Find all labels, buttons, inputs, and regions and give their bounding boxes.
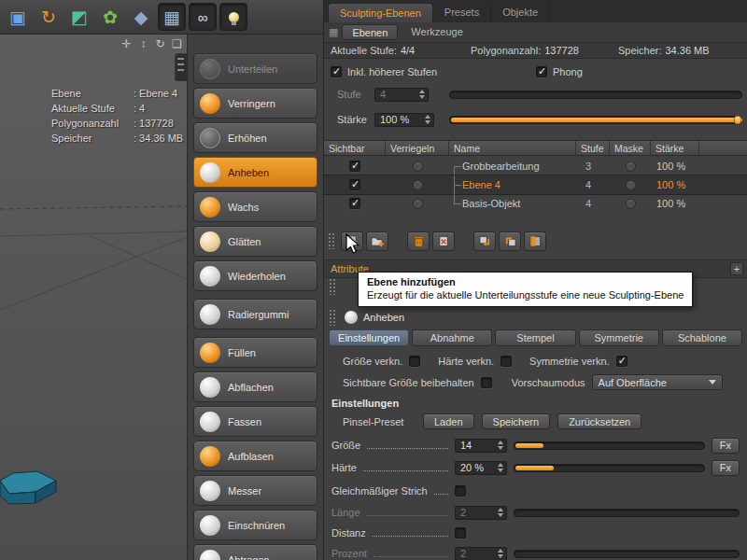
strength-slider[interactable] bbox=[449, 116, 742, 124]
slider-knob[interactable] bbox=[734, 116, 741, 124]
tool-wiederholen[interactable]: Wiederholen bbox=[193, 260, 317, 291]
tab-schablone[interactable]: Schablone bbox=[662, 329, 742, 346]
level-row: Stufe 4 bbox=[324, 84, 747, 105]
hud-row: Speicher: 34.36 MB bbox=[51, 131, 183, 146]
size-stepper[interactable]: 14 bbox=[455, 439, 507, 453]
binoculars-icon[interactable]: ∞ bbox=[189, 3, 217, 31]
length-slider[interactable] bbox=[514, 509, 740, 517]
mask-toggle[interactable] bbox=[626, 180, 636, 190]
hardness-link-checkbox[interactable] bbox=[500, 356, 512, 367]
plane-grid-icon[interactable]: ▦ bbox=[158, 3, 186, 31]
lightbulb-icon[interactable] bbox=[219, 3, 247, 31]
lock-toggle[interactable] bbox=[413, 199, 423, 209]
save-preset-button[interactable]: Speichern bbox=[482, 413, 551, 429]
tool-aufblasen[interactable]: Aufblasen bbox=[193, 441, 317, 471]
mouse-cursor bbox=[345, 233, 361, 255]
preview-mode-dropdown[interactable]: Auf Oberfläche bbox=[592, 374, 723, 390]
orbit-icon[interactable]: ↻ bbox=[153, 37, 167, 50]
sphere-icon bbox=[199, 411, 221, 433]
length-stepper[interactable]: 2 bbox=[455, 506, 507, 520]
subtab-ebenen[interactable]: Ebenen bbox=[342, 24, 398, 40]
visible-checkbox[interactable] bbox=[349, 179, 360, 190]
pan-icon[interactable]: ✛ bbox=[120, 37, 134, 50]
tab-symmetrie[interactable]: Symmetrie bbox=[579, 329, 659, 346]
tool-einschnueren[interactable]: Einschnüren bbox=[193, 510, 317, 540]
strength-stepper[interactable]: 100 % bbox=[374, 113, 434, 127]
mask-toggle[interactable] bbox=[626, 161, 636, 172]
cube-icon[interactable]: ▣ bbox=[4, 3, 32, 31]
tab-abnahme[interactable]: Abnahme bbox=[412, 329, 492, 346]
reset-preset-button[interactable]: Zurücksetzen bbox=[557, 413, 641, 429]
tool-fuellen[interactable]: Füllen bbox=[193, 337, 317, 368]
include-higher-levels-checkbox[interactable] bbox=[331, 66, 342, 77]
tab-objekte[interactable]: Objekte bbox=[491, 3, 550, 22]
add-panel-icon[interactable]: + bbox=[730, 262, 743, 275]
drag-grip[interactable] bbox=[329, 309, 336, 326]
tab-presets[interactable]: Presets bbox=[433, 3, 491, 22]
tool-anheben[interactable]: Anheben bbox=[193, 157, 317, 188]
viewport[interactable]: ✛ ↕ ↻ ❏ Ebene: Ebene 4 Aktuelle Stufe: 4… bbox=[0, 35, 187, 560]
hardness-slider[interactable] bbox=[514, 464, 705, 472]
lock-toggle[interactable] bbox=[413, 161, 423, 172]
keep-visible-size-checkbox[interactable] bbox=[481, 377, 492, 388]
table-row[interactable]: Ebene 4 4 100 % bbox=[324, 175, 747, 194]
zoom-icon[interactable]: ↕ bbox=[136, 37, 150, 50]
modeling-flower-icon[interactable]: ✿ bbox=[96, 3, 124, 31]
level-stepper[interactable]: 4 bbox=[374, 88, 429, 102]
clear-layer-button[interactable] bbox=[432, 231, 455, 251]
tooltip: Ebene hinzufügen Erzeugt für die aktuell… bbox=[358, 272, 693, 307]
rotate-icon[interactable]: ↻ bbox=[35, 3, 63, 31]
distance-checkbox[interactable] bbox=[455, 527, 466, 539]
tool-abflachen[interactable]: Abflachen bbox=[193, 371, 317, 402]
edit-cube-icon[interactable]: ◩ bbox=[65, 3, 93, 31]
uniform-stroke-row: Gleichmäßiger Strich bbox=[324, 482, 747, 500]
mask-layer-button[interactable] bbox=[524, 231, 546, 251]
mask-toggle[interactable] bbox=[626, 199, 636, 209]
delete-layer-button[interactable] bbox=[407, 231, 430, 251]
tooltip-title: Ebene hinzufügen bbox=[367, 276, 684, 287]
table-row[interactable]: Basis-Objekt 4 100 % bbox=[324, 194, 747, 213]
tool-fassen[interactable]: Fassen bbox=[193, 406, 317, 437]
maximize-icon[interactable]: ❏ bbox=[170, 37, 184, 50]
cone-icon[interactable]: ◆ bbox=[127, 3, 155, 31]
phong-checkbox[interactable] bbox=[536, 66, 547, 77]
size-fx-button[interactable]: Fx bbox=[712, 438, 740, 454]
tool-verringern[interactable]: Verringern bbox=[193, 88, 317, 119]
hardness-stepper[interactable]: 20 % bbox=[455, 461, 507, 475]
visible-checkbox[interactable] bbox=[349, 198, 360, 209]
viewport-side-palette[interactable] bbox=[175, 53, 187, 81]
level-slider[interactable] bbox=[449, 91, 742, 99]
tab-einstellungen[interactable]: Einstellungen bbox=[329, 329, 409, 346]
table-row[interactable]: Grobbearbeitung 3 100 % bbox=[324, 157, 747, 175]
tool-messer[interactable]: Messer bbox=[193, 475, 317, 506]
tool-erhoehen[interactable]: Erhöhen bbox=[193, 122, 317, 153]
layer-options-row: Inkl. höherer Stufen Phong bbox=[324, 62, 747, 82]
tab-stempel[interactable]: Stempel bbox=[495, 329, 575, 346]
tool-abtragen[interactable]: Abtragen bbox=[193, 544, 317, 560]
add-folder-button[interactable] bbox=[366, 231, 388, 251]
active-tool-name: Anheben bbox=[363, 312, 404, 323]
tool-unterteilen[interactable]: Unterteilen bbox=[193, 53, 317, 84]
tool-radiergummi[interactable]: Radiergummi bbox=[193, 299, 317, 329]
uniform-stroke-checkbox[interactable] bbox=[455, 485, 466, 497]
subtab-werkzeuge[interactable]: Werkzeuge bbox=[402, 24, 472, 40]
tool-wachs[interactable]: Wachs bbox=[193, 191, 317, 222]
copy-layer-up-button[interactable] bbox=[499, 231, 521, 251]
drag-grip[interactable] bbox=[328, 232, 335, 249]
sculpt-object[interactable] bbox=[0, 471, 56, 504]
lock-toggle[interactable] bbox=[413, 180, 423, 190]
tab-sculpting-ebenen[interactable]: Sculpting-Ebenen bbox=[328, 3, 433, 22]
percent-stepper[interactable]: 2 bbox=[455, 547, 507, 560]
visible-checkbox[interactable] bbox=[349, 161, 360, 172]
percent-slider[interactable] bbox=[514, 550, 740, 558]
copy-layer-down-button[interactable] bbox=[473, 231, 496, 251]
size-link-checkbox[interactable] bbox=[409, 356, 420, 367]
sphere-icon bbox=[199, 58, 221, 80]
manager-tab-bar: Sculpting-Ebenen Presets Objekte bbox=[324, 0, 747, 22]
size-slider[interactable] bbox=[514, 441, 705, 450]
load-preset-button[interactable]: Laden bbox=[423, 413, 474, 429]
symmetry-link-checkbox[interactable] bbox=[616, 356, 627, 367]
drag-grip[interactable] bbox=[329, 278, 336, 295]
tool-glaetten[interactable]: Glätten bbox=[193, 226, 317, 257]
hardness-fx-button[interactable]: Fx bbox=[712, 460, 740, 476]
